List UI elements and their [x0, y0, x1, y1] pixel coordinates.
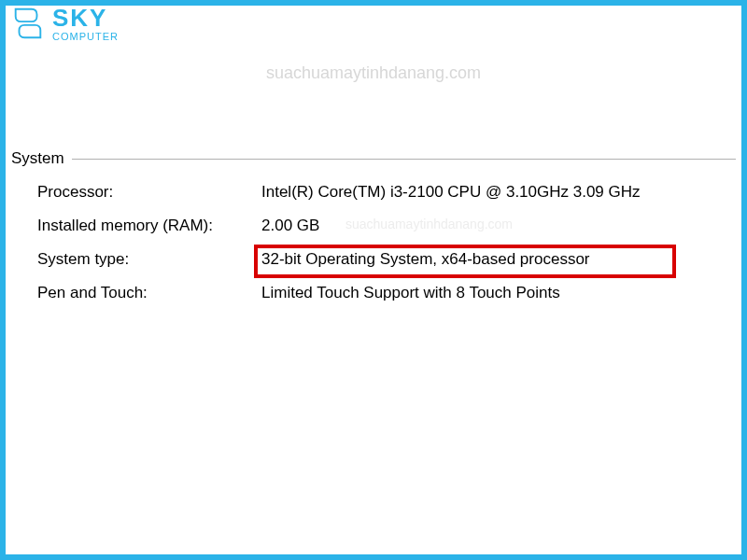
property-value-text: 32-bit Operating System, x64-based proce… — [261, 250, 590, 268]
watermark-text: suachuamaytinhdanang.com — [266, 63, 481, 83]
section-title: System — [11, 149, 64, 168]
property-label: Processor: — [37, 183, 261, 202]
property-value: Intel(R) Core(TM) i3-2100 CPU @ 3.10GHz … — [261, 183, 641, 202]
property-label: Installed memory (RAM): — [37, 217, 261, 235]
logo-text: SKY COMPUTER — [52, 6, 119, 42]
section-divider — [72, 159, 736, 160]
system-section: System Processor: Intel(R) Core(TM) i3-2… — [11, 149, 736, 317]
property-label: System type: — [37, 250, 261, 269]
property-value: 32-bit Operating System, x64-based proce… — [261, 250, 590, 269]
property-value: Limited Touch Support with 8 Touch Point… — [261, 284, 560, 302]
brand-logo: SKY COMPUTER — [9, 5, 119, 42]
logo-icon — [9, 5, 47, 42]
logo-title: SKY — [52, 6, 119, 30]
properties-list: Processor: Intel(R) Core(TM) i3-2100 CPU… — [11, 183, 736, 302]
property-row-pen-touch: Pen and Touch: Limited Touch Support wit… — [37, 284, 736, 302]
property-label: Pen and Touch: — [37, 284, 261, 302]
section-header: System — [11, 149, 736, 168]
property-value: 2.00 GB — [261, 217, 319, 235]
property-row-system-type: System type: 32-bit Operating System, x6… — [37, 250, 736, 269]
logo-subtitle: COMPUTER — [52, 32, 119, 42]
property-row-ram: Installed memory (RAM): 2.00 GB — [37, 217, 736, 235]
property-row-processor: Processor: Intel(R) Core(TM) i3-2100 CPU… — [37, 183, 736, 202]
